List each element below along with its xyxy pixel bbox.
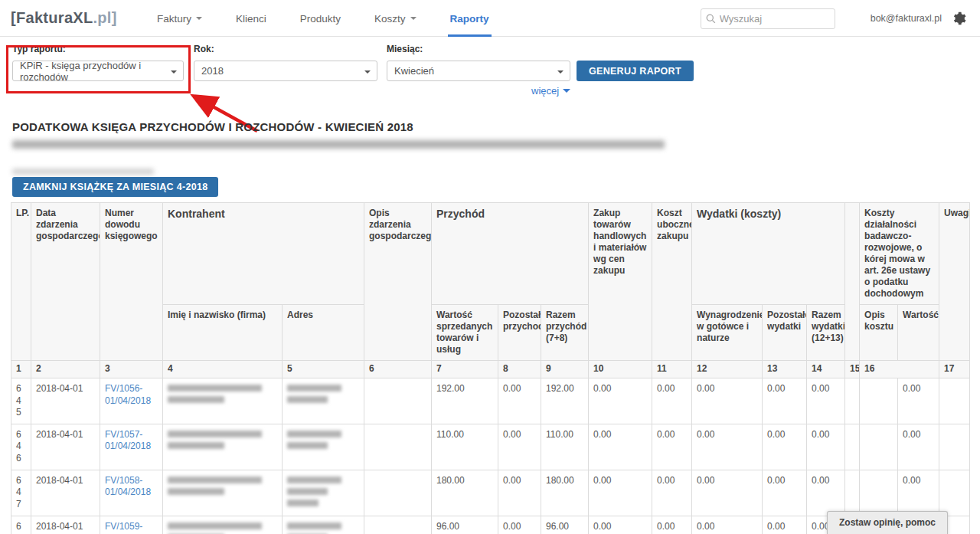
header-koszty-br: Koszty działalności badawczo-rozwojowe, …	[860, 203, 939, 305]
report-type-select[interactable]: KPiR - księga przychodów i rozchodów	[12, 61, 184, 81]
column-number: 12	[692, 361, 763, 378]
value-cell: 0.00	[807, 470, 845, 516]
opis-kosztu-cell	[860, 378, 898, 424]
more-link[interactable]: więcej	[531, 85, 570, 97]
column-number: 11	[652, 361, 692, 378]
month-select[interactable]: Kwiecień	[387, 61, 570, 81]
column-number: 16	[860, 361, 939, 378]
value-cell: 0.00	[652, 378, 692, 424]
opis-zdarzenia-cell	[364, 470, 432, 516]
header-lp: LP.	[11, 203, 31, 361]
date-cell: 2018-04-01	[31, 378, 100, 424]
value-cell: 0.00	[692, 470, 763, 516]
value-cell: 0.00	[652, 516, 692, 534]
gear-icon[interactable]	[951, 11, 966, 26]
header-przychod: Przychód	[432, 203, 589, 305]
redacted-text	[287, 431, 341, 437]
adres-cell	[283, 424, 364, 470]
redacted-text	[287, 442, 328, 449]
nav-item-faktury[interactable]: Faktury	[155, 0, 204, 37]
column-number: 9	[541, 361, 589, 378]
document-link[interactable]: FV/1056-01/04/2018	[105, 383, 151, 406]
column-number: 4	[163, 361, 283, 378]
value-cell: 180.00	[432, 470, 498, 516]
header-wartosc-sprzedanych: Wartość sprzedanych towarów i usług	[432, 305, 498, 361]
column-number: 7	[432, 361, 498, 378]
value-cell: 110.00	[432, 424, 498, 470]
report-type-value: KPiR - księga przychodów i rozchodów	[20, 60, 166, 83]
page: [FakturaXL.pl] Faktury Klienci Produkty …	[0, 0, 980, 534]
opis-zdarzenia-cell	[364, 378, 432, 424]
value-cell: 0.00	[763, 424, 807, 470]
nav-item-produkty[interactable]: Produkty	[298, 0, 343, 37]
opis-kosztu-cell	[860, 424, 898, 470]
header-imie-nazwisko: Imię i nazwisko (firma)	[163, 305, 283, 361]
redacted-text	[168, 385, 262, 391]
nav-item-label: Produkty	[300, 13, 341, 25]
month-value: Kwiecień	[394, 65, 434, 77]
kpir-table: LP. Data zdarzenia gospodarczego Numer d…	[11, 202, 970, 534]
value-cell: 0.00	[898, 470, 939, 516]
lp-cell: 646	[11, 424, 31, 470]
search-box[interactable]	[701, 8, 835, 29]
header-adres: Adres	[283, 305, 364, 361]
redacted-text	[287, 488, 328, 495]
value-cell: 0.00	[498, 516, 541, 534]
opis-kosztu-cell	[860, 470, 898, 516]
page-title: PODATKOWA KSIĘGA PRZYCHODÓW I ROZCHODÓW …	[12, 120, 413, 133]
redacted-text	[168, 442, 224, 449]
uwagi-cell	[939, 378, 970, 424]
logo-right: .pl]	[93, 9, 116, 26]
year-select[interactable]: 2018	[194, 61, 377, 81]
document-link[interactable]: FV/1057-01/04/2018	[105, 429, 151, 452]
header-data-zdarzenia: Data zdarzenia gospodarczego	[31, 203, 100, 361]
value-cell: 0.00	[898, 424, 939, 470]
redacted-text	[287, 396, 328, 403]
redacted-text	[287, 523, 341, 529]
value-cell: 0.00	[589, 470, 652, 516]
document-link[interactable]: FV/1058-01/04/2018	[105, 475, 151, 498]
feedback-button[interactable]: Zostaw opinię, pomoc	[827, 511, 948, 534]
nav-item-koszty[interactable]: Koszty	[372, 0, 419, 37]
main-menu: Faktury Klienci Produkty Koszty Raporty	[155, 0, 492, 37]
redacted-text	[168, 431, 262, 437]
column-number: 5	[283, 361, 364, 378]
close-book-button[interactable]: ZAMKNIJ KSIĄŻKĘ ZA MIESIĄC 4-2018	[12, 177, 218, 197]
table-row: 6472018-04-01FV/1058-01/04/2018180.000.0…	[11, 470, 970, 516]
date-cell: 2018-04-01	[31, 516, 100, 534]
header-wartosc: Wartość	[898, 305, 939, 361]
chevron-down-icon	[410, 17, 416, 23]
value-cell: 96.00	[432, 516, 498, 534]
opis-zdarzenia-cell	[364, 424, 432, 470]
search-input[interactable]	[720, 13, 830, 25]
table-row: 6462018-04-01FV/1057-01/04/2018110.000.0…	[11, 424, 970, 470]
value-cell: 0.00	[763, 516, 807, 534]
redacted-text	[168, 523, 262, 529]
adres-cell	[283, 516, 364, 534]
chevron-down-icon	[563, 89, 570, 97]
adres-cell	[283, 378, 364, 424]
user-email: bok@fakturaxl.pl	[871, 13, 942, 24]
col15-cell	[845, 424, 860, 470]
document-cell: FV/1058-01/04/2018	[100, 470, 163, 516]
header-koszt-uboczne: Koszt uboczne zakupu	[652, 203, 692, 361]
document-cell: FV/1056-01/04/2018	[100, 378, 163, 424]
more-link-label: więcej	[531, 85, 559, 97]
value-cell: 0.00	[498, 470, 541, 516]
header-kontrahent: Kontrahent	[163, 203, 364, 305]
header-wynagrodzenie: Wynagrodzenie w gotówce i naturze	[692, 305, 763, 361]
nav-item-raporty[interactable]: Raporty	[448, 0, 492, 37]
document-link[interactable]: FV/1059-01/04/2018	[105, 521, 151, 534]
kontrahent-cell	[163, 378, 283, 424]
column-number: 10	[589, 361, 652, 378]
lp-cell: 647	[11, 470, 31, 516]
report-type-label: Typ raportu:	[12, 44, 66, 54]
nav-item-klienci[interactable]: Klienci	[234, 0, 269, 37]
header-numer-dowodu: Numer dowodu księgowego	[100, 203, 163, 361]
redacted-text	[287, 477, 341, 483]
value-cell: 110.00	[541, 424, 589, 470]
generate-report-button[interactable]: GENERUJ RAPORT	[577, 61, 694, 81]
redacted-text	[168, 488, 224, 495]
document-cell: FV/1059-01/04/2018	[100, 516, 163, 534]
app-logo[interactable]: [FakturaXL.pl]	[11, 9, 117, 27]
